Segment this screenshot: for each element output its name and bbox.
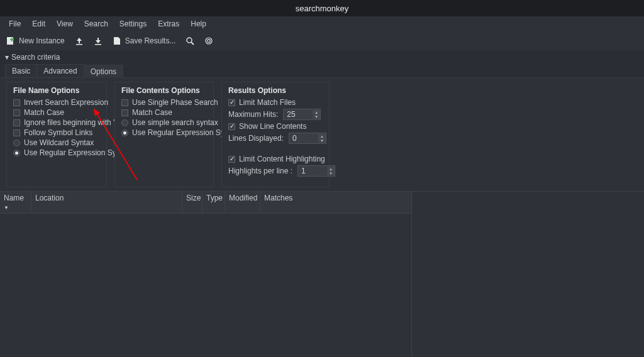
search-criteria-label: Search criteria — [11, 53, 60, 62]
file-name-options-group: File Name Options Invert Search Expressi… — [6, 82, 107, 187]
highlights-down[interactable]: ▼ — [327, 171, 335, 175]
follow-symlinks-checkbox[interactable]: Follow Symbol Links — [13, 128, 100, 138]
single-phase-checkbox[interactable]: Use Single Phase Search — [121, 97, 207, 107]
results-options-group: Results Options Limit Match Files Maximu… — [221, 82, 330, 187]
highlights-per-line-input[interactable] — [298, 166, 327, 176]
menu-search[interactable]: Search — [79, 18, 113, 30]
svg-point-7 — [206, 38, 212, 44]
svg-point-8 — [208, 40, 211, 43]
col-name[interactable]: Name ▼ — [0, 192, 31, 213]
collapse-icon: ▾ — [5, 53, 9, 62]
fc-match-case-checkbox[interactable]: Match Case — [121, 107, 207, 118]
download-button[interactable] — [94, 36, 103, 45]
highlights-per-line-label: Highlights per line : — [228, 167, 292, 175]
target-icon — [204, 36, 213, 45]
results-table: Name ▼ Location Size Type Modified Match… — [0, 192, 412, 357]
ignore-dotfiles-checkbox[interactable]: Ignore files beginning with '.' — [13, 118, 100, 128]
fc-regex-radio[interactable]: Use Regular Expression Syntax — [121, 128, 207, 138]
upload-button[interactable] — [75, 36, 84, 45]
preview-panel — [412, 192, 644, 357]
save-results-button[interactable]: Save Results... — [113, 36, 176, 45]
lines-displayed-row: Lines Displayed: ▲▼ — [228, 131, 323, 145]
menu-settings[interactable]: Settings — [114, 18, 152, 30]
col-modified[interactable]: Modified — [225, 192, 260, 213]
limit-match-files-checkbox[interactable]: Limit Match Files — [228, 97, 323, 107]
col-type[interactable]: Type — [203, 192, 225, 213]
tab-advanced[interactable]: Advanced — [36, 64, 84, 77]
fn-wildcard-radio[interactable]: Use Wildcard Syntax — [13, 138, 100, 148]
menu-file[interactable]: File — [4, 18, 26, 30]
svg-rect-4 — [95, 44, 101, 45]
window-title: searchmonkey — [296, 4, 349, 13]
svg-line-6 — [191, 42, 194, 45]
max-hits-spinner[interactable]: ▲▼ — [283, 109, 321, 120]
lines-displayed-up[interactable]: ▲ — [318, 134, 326, 138]
results-table-header: Name ▼ Location Size Type Modified Match… — [0, 192, 411, 214]
lines-displayed-label: Lines Displayed: — [228, 134, 284, 143]
download-icon — [94, 36, 103, 45]
col-size[interactable]: Size — [182, 192, 203, 213]
menu-edit[interactable]: Edit — [27, 18, 50, 30]
save-results-label: Save Results... — [125, 36, 176, 45]
lines-displayed-input[interactable] — [289, 133, 318, 143]
window-titlebar: searchmonkey — [0, 0, 644, 16]
col-matches[interactable]: Matches — [260, 192, 411, 213]
fc-simple-radio[interactable]: Use simple search syntax — [121, 118, 207, 128]
tab-options[interactable]: Options — [84, 65, 123, 78]
search-toolbar-button[interactable] — [186, 36, 194, 45]
menu-extras[interactable]: Extras — [153, 18, 184, 30]
target-button[interactable] — [204, 36, 213, 45]
col-location[interactable]: Location — [31, 192, 182, 213]
max-hits-down[interactable]: ▼ — [313, 114, 320, 119]
new-instance-button[interactable]: New Instance — [6, 36, 65, 45]
menu-view[interactable]: View — [52, 18, 78, 30]
fn-match-case-checkbox[interactable]: Match Case — [13, 107, 100, 118]
max-hits-label: Maximum Hits: — [228, 110, 278, 119]
lines-displayed-spinner[interactable]: ▲▼ — [289, 133, 326, 144]
file-contents-options-group: File Contents Options Use Single Phase S… — [114, 82, 214, 187]
results-area: Name ▼ Location Size Type Modified Match… — [0, 191, 644, 357]
tab-basic[interactable]: Basic — [5, 64, 37, 77]
svg-point-5 — [187, 38, 192, 43]
max-hits-input[interactable] — [284, 109, 313, 119]
file-icon — [113, 36, 121, 45]
criteria-tabs: Basic Advanced Options — [0, 64, 644, 78]
new-instance-label: New Instance — [19, 36, 65, 45]
svg-rect-2 — [11, 38, 13, 41]
lines-displayed-down[interactable]: ▼ — [318, 138, 326, 143]
show-line-contents-checkbox[interactable]: Show Line Contents — [228, 121, 323, 131]
highlights-per-line-row: Highlights per line : ▲▼ — [228, 164, 323, 178]
max-hits-row: Maximum Hits: ▲▼ — [228, 107, 323, 121]
menu-help[interactable]: Help — [186, 18, 211, 30]
limit-highlighting-checkbox[interactable]: Limit Content Highlighting — [228, 154, 323, 164]
max-hits-up[interactable]: ▲ — [313, 110, 320, 114]
search-criteria-header[interactable]: ▾ Search criteria — [0, 50, 644, 64]
results-options-title: Results Options — [228, 86, 323, 95]
sort-desc-icon: ▼ — [4, 205, 9, 211]
fn-regex-radio[interactable]: Use Regular Expression Syntax — [13, 148, 100, 158]
invert-search-checkbox[interactable]: Invert Search Expression — [13, 97, 100, 107]
upload-icon — [75, 36, 84, 45]
highlights-per-line-spinner[interactable]: ▲▼ — [297, 165, 335, 177]
svg-rect-3 — [76, 44, 82, 45]
toolbar: New Instance Save Results... — [0, 31, 644, 50]
options-panel: File Name Options Invert Search Expressi… — [0, 78, 644, 191]
new-instance-icon — [6, 36, 15, 45]
highlights-up[interactable]: ▲ — [327, 167, 335, 171]
file-name-options-title: File Name Options — [13, 86, 100, 95]
menubar: File Edit View Search Settings Extras He… — [0, 16, 644, 31]
file-contents-options-title: File Contents Options — [121, 86, 207, 95]
search-icon — [186, 36, 194, 45]
